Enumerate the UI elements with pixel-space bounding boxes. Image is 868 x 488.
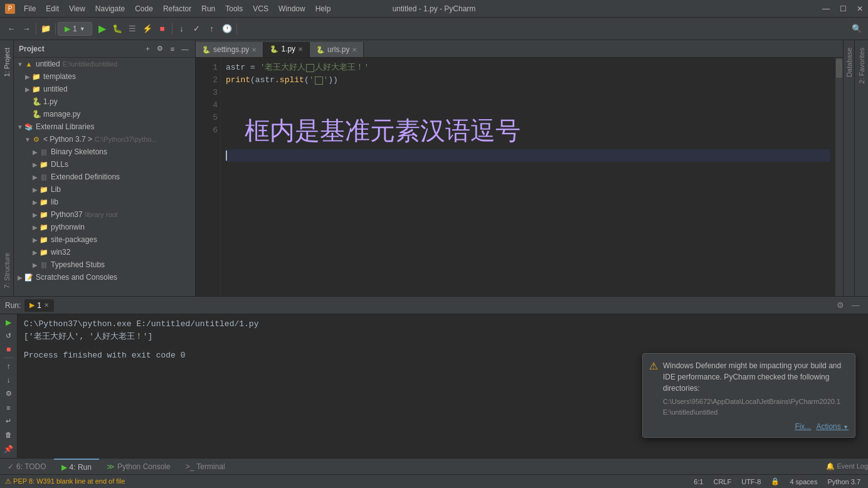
tool-tab-python-console[interactable]: ≫ Python Console xyxy=(99,459,178,475)
sidebar-add-button[interactable]: ＋ xyxy=(142,44,152,54)
run-filter[interactable]: ≡ xyxy=(3,402,15,413)
sidebar-layout-button[interactable]: ≡ xyxy=(167,44,177,54)
tree-item-templates[interactable]: ▶ 📁 templates xyxy=(14,70,195,83)
maximize-button[interactable]: ☐ xyxy=(840,4,847,13)
tree-item-site-packages[interactable]: ▶ 📁 site-packages xyxy=(14,233,195,246)
toolbar: ← → 📁 ▶ 1 ▼ ▶ 🐛 ☰ ⚡ ■ ↓ ✓ ↑ 🕐 🔍 xyxy=(0,18,868,40)
run-stop-button[interactable]: ■ xyxy=(3,344,15,356)
code-line-4 xyxy=(226,99,830,112)
line-numbers: 1 2 3 4 5 6 xyxy=(196,58,221,296)
code-line-6[interactable] xyxy=(226,149,830,162)
status-line-sep[interactable]: CRLF xyxy=(711,478,734,485)
tree-item-managepy[interactable]: 🐍 manage.py xyxy=(14,108,195,120)
status-indent[interactable]: 4 spaces xyxy=(787,478,820,485)
search-everywhere-button[interactable]: 🔍 xyxy=(849,21,864,36)
menu-refactor[interactable]: Refactor xyxy=(158,2,196,16)
status-python-version[interactable]: Python 3.7 xyxy=(825,478,863,485)
vcs-push[interactable]: ↑ xyxy=(204,21,220,36)
tree-item-untitled-root[interactable]: ▼ ▲ untitled E:\untitled\untitled xyxy=(14,58,195,70)
left-tab-project[interactable]: 1: Project xyxy=(1,43,13,82)
tab-1-py[interactable]: 🐍 1.py ✕ xyxy=(263,42,310,57)
tree-item-typeshed-stubs[interactable]: ▶ ||| Typeshed Stubs xyxy=(14,258,195,271)
tab-urls-py[interactable]: 🐍 urls.py ✕ xyxy=(310,42,364,57)
tree-item-external-libs[interactable]: ▼ 📚 External Libraries xyxy=(14,120,195,133)
tree-item-lib-lower[interactable]: ▶ 📁 lib xyxy=(14,196,195,208)
run-settings-button[interactable]: ⚙ xyxy=(833,298,848,313)
tree-item-pythonwin[interactable]: ▶ 📁 pythonwin xyxy=(14,221,195,233)
run-with-coverage[interactable]: ☰ xyxy=(125,21,140,36)
run-scroll-up[interactable]: ↑ xyxy=(3,361,15,372)
run-button[interactable]: ▶ xyxy=(95,21,110,36)
favorites-tab[interactable]: 2: Favorites xyxy=(856,43,867,88)
tab-settings-py[interactable]: 🐍 settings.py ✕ xyxy=(196,42,263,57)
tree-item-1py[interactable]: 🐍 1.py xyxy=(14,95,195,108)
tree-item-python37-root[interactable]: ▶ 📁 Python37 library root xyxy=(14,208,195,221)
run-config-selector[interactable]: ▶ 1 ▼ xyxy=(58,22,92,36)
menu-file[interactable]: File xyxy=(19,2,41,16)
left-tab-structure[interactable]: 7: Structure xyxy=(1,248,13,294)
run-minimize-button[interactable]: — xyxy=(848,298,863,313)
status-position[interactable]: 6:1 xyxy=(691,478,706,485)
vcs-history[interactable]: 🕐 xyxy=(220,21,235,36)
ext-defs-icon: ||| xyxy=(39,172,49,182)
menu-vcs[interactable]: VCS xyxy=(248,2,273,16)
status-encoding[interactable]: UTF-8 xyxy=(739,478,763,485)
sidebar: Project ＋ ⚙ ≡ — ▼ ▲ untitled E:\untitled… xyxy=(14,40,196,296)
stop-button[interactable]: ■ xyxy=(155,21,170,36)
menu-navigate[interactable]: Navigate xyxy=(90,2,130,16)
tree-item-win32[interactable]: ▶ 📁 win32 xyxy=(14,246,195,258)
tool-tab-run[interactable]: ▶ 4: Run xyxy=(54,459,99,475)
tree-item-lib-cap[interactable]: ▶ 📁 Lib xyxy=(14,183,195,196)
run-tab-1[interactable]: ▶ 1 ✕ xyxy=(24,299,54,312)
tree-item-binary-skeletons[interactable]: ▶ ||| Binary Skeletons xyxy=(14,146,195,158)
sidebar-settings-button[interactable]: ⚙ xyxy=(155,44,165,54)
left-edge-tabs: 1: Project 7: Structure xyxy=(0,40,14,296)
run-pin-button[interactable]: 📌 xyxy=(3,443,15,455)
menu-view[interactable]: View xyxy=(64,2,90,16)
vcs-update[interactable]: ↓ xyxy=(174,21,189,36)
notification-header: ⚠ Windows Defender might be impacting yo… xyxy=(649,360,849,417)
run-scroll-down[interactable]: ↓ xyxy=(3,374,15,386)
tree-item-python37[interactable]: ▼ ⚙ < Python 3.7 > C:\Python37\pytho... xyxy=(14,133,195,146)
run-wrap[interactable]: ↵ xyxy=(3,415,15,427)
run-settings2[interactable]: ⚙ xyxy=(3,388,15,400)
event-log-label[interactable]: 🔔 Event Log xyxy=(826,462,868,470)
sidebar-hide-button[interactable]: — xyxy=(180,44,190,54)
status-warning[interactable]: ⚠ PEP 8: W391 blank line at end of file xyxy=(5,477,125,485)
run-clear[interactable]: 🗑 xyxy=(3,429,15,440)
menu-help[interactable]: Help xyxy=(310,2,336,16)
close-button[interactable]: ✕ xyxy=(857,4,863,13)
tree-item-extended-defs[interactable]: ▶ ||| Extended Definitions xyxy=(14,171,195,183)
fix-link[interactable]: Fix... xyxy=(795,422,811,431)
tree-label-managepy: manage.py xyxy=(43,110,80,119)
back-button[interactable]: ← xyxy=(4,21,19,36)
run-tab-close[interactable]: ✕ xyxy=(44,302,49,309)
profile-button[interactable]: ⚡ xyxy=(140,21,155,36)
tab-close-urls[interactable]: ✕ xyxy=(352,46,357,53)
tree-arrow-untitled-inner: ▶ xyxy=(24,86,31,93)
actions-link[interactable]: Actions ▼ xyxy=(816,422,849,431)
tool-tab-terminal[interactable]: >_ Terminal xyxy=(178,459,233,475)
tree-item-dlls[interactable]: ▶ 📁 DLLs xyxy=(14,158,195,171)
tree-item-scratches[interactable]: ▶ 📝 Scratches and Consoles xyxy=(14,271,195,284)
tab-close-1py[interactable]: ✕ xyxy=(298,46,303,53)
menu-tools[interactable]: Tools xyxy=(220,2,248,16)
menu-window[interactable]: Window xyxy=(273,2,310,16)
debug-button[interactable]: 🐛 xyxy=(110,21,125,36)
menu-run[interactable]: Run xyxy=(196,2,220,16)
menu-edit[interactable]: Edit xyxy=(41,2,64,16)
tool-tab-todo[interactable]: ✓ 6: TODO xyxy=(0,459,54,475)
editor-scrollbar[interactable] xyxy=(835,58,843,296)
menu-code[interactable]: Code xyxy=(130,2,158,16)
forward-button[interactable]: → xyxy=(19,21,34,36)
editor-content[interactable]: astr = '老王大好人人好大老王！' print ( astr . spli… xyxy=(221,58,835,296)
tree-item-untitled-inner[interactable]: ▶ 📁 untitled xyxy=(14,83,195,95)
run-play-button[interactable]: ▶ xyxy=(3,317,15,328)
right-tab-database[interactable]: Database xyxy=(844,43,855,82)
minimize-button[interactable]: — xyxy=(822,4,830,13)
tab-close-settings[interactable]: ✕ xyxy=(251,46,257,53)
open-file-button[interactable]: 📁 xyxy=(38,21,53,36)
todo-icon: ✓ xyxy=(8,462,14,471)
vcs-commit[interactable]: ✓ xyxy=(189,21,204,36)
run-rerun-button[interactable]: ↺ xyxy=(3,331,15,342)
